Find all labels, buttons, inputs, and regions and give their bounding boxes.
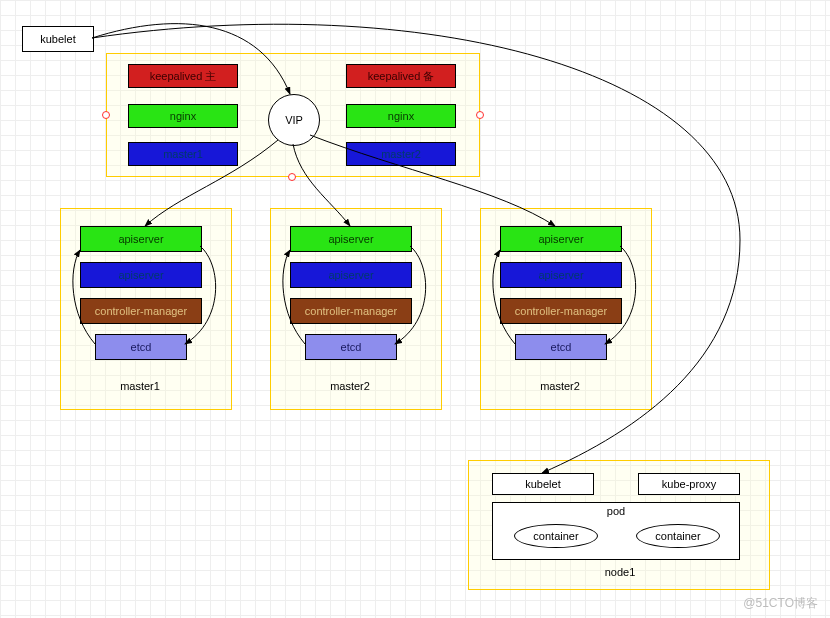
keepalived-primary-label: keepalived 主	[150, 69, 217, 84]
kubelet-external-label: kubelet	[40, 33, 75, 45]
container-1: container	[514, 524, 598, 548]
nginx-left-label: nginx	[170, 110, 196, 122]
master1-apiserver: apiserver	[80, 226, 202, 252]
keepalived-primary: keepalived 主	[128, 64, 238, 88]
master3-apiserver: apiserver	[500, 226, 622, 252]
label: container	[533, 530, 578, 542]
master2-apiserver2: apiserver	[290, 262, 412, 288]
label: apiserver	[118, 233, 163, 245]
label: etcd	[131, 341, 152, 353]
master3-name: master2	[530, 380, 590, 392]
container-2: container	[636, 524, 720, 548]
master2-vip: master2	[346, 142, 456, 166]
vip-circle: VIP	[268, 94, 320, 146]
master3-etcd: etcd	[515, 334, 607, 360]
node1-name: node1	[590, 566, 650, 578]
master1-apiserver2: apiserver	[80, 262, 202, 288]
master2-controller-manager: controller-manager	[290, 298, 412, 324]
master1-controller-manager: controller-manager	[80, 298, 202, 324]
master2-etcd: etcd	[305, 334, 397, 360]
master3-apiserver2: apiserver	[500, 262, 622, 288]
master2-name: master2	[320, 380, 380, 392]
pod-label: pod	[607, 505, 625, 517]
selection-handle	[102, 111, 110, 119]
kubelet-external-box: kubelet	[22, 26, 94, 52]
node-kube-proxy: kube-proxy	[638, 473, 740, 495]
keepalived-backup: keepalived 备	[346, 64, 456, 88]
label: etcd	[551, 341, 572, 353]
label: kubelet	[525, 478, 560, 490]
node-kubelet: kubelet	[492, 473, 594, 495]
selection-handle	[288, 173, 296, 181]
master1-vip: master1	[128, 142, 238, 166]
label: controller-manager	[305, 305, 397, 317]
label: apiserver	[328, 269, 373, 281]
label: apiserver	[538, 269, 583, 281]
master1-name: master1	[110, 380, 170, 392]
keepalived-backup-label: keepalived 备	[368, 69, 435, 84]
master1-vip-label: master1	[163, 148, 203, 160]
nginx-right-label: nginx	[388, 110, 414, 122]
label: etcd	[341, 341, 362, 353]
watermark: @51CTO博客	[743, 595, 818, 612]
label: controller-manager	[95, 305, 187, 317]
label: kube-proxy	[662, 478, 716, 490]
vip-label: VIP	[285, 114, 303, 126]
master2-vip-label: master2	[381, 148, 421, 160]
label: container	[655, 530, 700, 542]
selection-handle	[476, 111, 484, 119]
label: controller-manager	[515, 305, 607, 317]
nginx-right: nginx	[346, 104, 456, 128]
master3-controller-manager: controller-manager	[500, 298, 622, 324]
label: apiserver	[538, 233, 583, 245]
label: apiserver	[118, 269, 163, 281]
nginx-left: nginx	[128, 104, 238, 128]
master2-apiserver: apiserver	[290, 226, 412, 252]
label: apiserver	[328, 233, 373, 245]
master1-etcd: etcd	[95, 334, 187, 360]
